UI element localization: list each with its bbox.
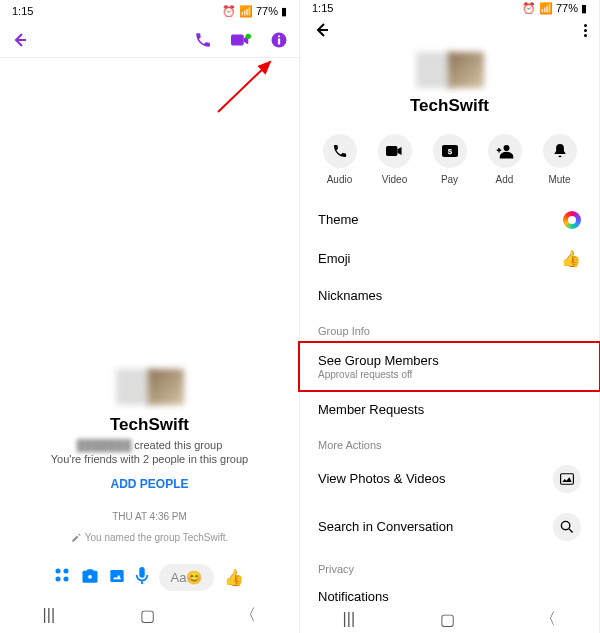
group-info-section: Group Info (300, 313, 599, 341)
svg-text:$: $ (447, 146, 452, 155)
emoji-row[interactable]: Emoji 👍 (300, 239, 599, 278)
svg-rect-11 (110, 570, 123, 582)
back-icon[interactable]: 〈 (240, 605, 256, 626)
video-action[interactable]: Video (378, 134, 412, 185)
thumb-icon: 👍 (561, 249, 581, 268)
see-group-members-row[interactable]: See Group Members Approval requests off (298, 341, 600, 392)
svg-point-9 (63, 576, 68, 581)
call-icon[interactable] (193, 30, 213, 50)
status-time: 1:15 (312, 2, 333, 14)
svg-rect-12 (139, 567, 144, 578)
search-icon (553, 513, 581, 541)
mute-action[interactable]: Mute (543, 134, 577, 185)
member-requests-row[interactable]: Member Requests (300, 392, 599, 427)
audio-action[interactable]: Audio (323, 134, 357, 185)
status-bar: 1:15 ⏰ 📶77%▮ (0, 0, 299, 22)
svg-point-18 (561, 521, 569, 529)
pay-action[interactable]: $Pay (433, 134, 467, 185)
back-icon[interactable]: 〈 (540, 609, 556, 630)
home-icon[interactable]: ▢ (140, 606, 155, 625)
svg-rect-13 (386, 146, 397, 156)
status-time: 1:15 (12, 5, 33, 17)
nicknames-row[interactable]: Nicknames (300, 278, 599, 313)
back-arrow-icon[interactable] (312, 20, 332, 40)
svg-rect-4 (278, 38, 280, 44)
recents-icon[interactable]: ||| (343, 610, 355, 628)
svg-point-3 (278, 35, 280, 37)
svg-point-7 (63, 568, 68, 573)
add-action[interactable]: Add (488, 134, 522, 185)
recents-icon[interactable]: ||| (43, 606, 55, 624)
svg-point-1 (246, 33, 251, 38)
created-by-text: ███████ created this group (77, 439, 223, 451)
svg-rect-0 (231, 34, 244, 45)
message-timestamp: THU AT 4:36 PM (112, 511, 187, 522)
home-icon[interactable]: ▢ (440, 610, 455, 629)
back-arrow-icon[interactable] (10, 30, 30, 50)
notifications-row[interactable]: Notifications (300, 579, 599, 606)
more-menu-icon[interactable] (584, 24, 587, 37)
view-photos-row[interactable]: View Photos & Videos (300, 455, 599, 503)
emoji-picker-icon[interactable]: 😊 (186, 570, 202, 585)
apps-icon[interactable] (55, 568, 71, 588)
svg-point-8 (55, 576, 60, 581)
message-input[interactable]: Aa 😊 (159, 564, 215, 591)
status-right: ⏰ 📶77%▮ (522, 2, 587, 15)
friends-info: You're friends with 2 people in this gro… (51, 453, 248, 465)
svg-point-16 (503, 145, 509, 151)
group-name: TechSwift (410, 96, 489, 116)
status-bar: 1:15 ⏰ 📶77%▮ (300, 0, 599, 17)
svg-point-10 (88, 574, 92, 578)
info-icon[interactable] (269, 30, 289, 50)
group-avatars (418, 52, 482, 88)
svg-rect-17 (561, 474, 574, 485)
mic-icon[interactable] (135, 567, 149, 589)
group-name: TechSwift (110, 415, 189, 435)
camera-icon[interactable] (81, 568, 99, 588)
like-icon[interactable]: 👍 (224, 568, 244, 587)
gallery-icon[interactable] (109, 568, 125, 588)
svg-point-6 (55, 568, 60, 573)
photos-icon (553, 465, 581, 493)
video-call-icon[interactable] (231, 30, 251, 50)
system-message: You named the group TechSwift. (71, 532, 228, 543)
more-actions-section: More Actions (300, 427, 599, 455)
android-nav: ||| ▢ 〈 (300, 606, 599, 633)
add-people-button[interactable]: ADD PEOPLE (110, 477, 188, 491)
status-right: ⏰ 📶77%▮ (222, 5, 287, 18)
theme-row[interactable]: Theme (300, 201, 599, 239)
theme-color-icon (563, 211, 581, 229)
privacy-section: Privacy (300, 551, 599, 579)
group-avatars (118, 369, 182, 405)
android-nav: ||| ▢ 〈 (0, 597, 299, 633)
search-conversation-row[interactable]: Search in Conversation (300, 503, 599, 551)
